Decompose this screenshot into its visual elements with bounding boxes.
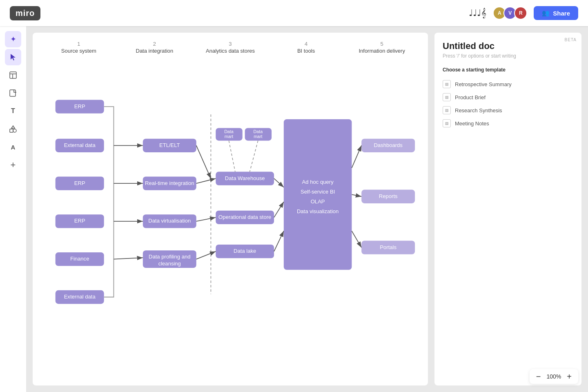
svg-text:Data Warehouse: Data Warehouse: [225, 175, 265, 181]
svg-text:mart: mart: [254, 134, 262, 139]
add-icon[interactable]: +: [5, 157, 21, 173]
svg-text:External data: External data: [64, 142, 96, 148]
col-1-header: 1 Source system: [41, 41, 117, 54]
zoom-level: 100%: [546, 373, 562, 380]
col-3-num: 3: [192, 41, 268, 47]
col-3-header: 3 Analytics data stores: [192, 41, 268, 54]
avatars: A V R: [493, 7, 527, 20]
template-item-meeting[interactable]: ▤ Meeting Notes: [443, 117, 573, 130]
main-canvas: 1 Source system 2 Data integration 3 Ana…: [26, 26, 588, 392]
svg-text:External data: External data: [64, 294, 96, 300]
sticky-note-icon[interactable]: [5, 85, 21, 101]
svg-text:Data lake: Data lake: [234, 248, 256, 254]
sparkles-icon[interactable]: ✦: [5, 31, 21, 47]
zoom-controls: − 100% +: [530, 369, 578, 384]
template-item-product-brief[interactable]: ▤ Product Brief: [443, 91, 573, 104]
svg-line-37: [250, 140, 258, 172]
svg-line-34: [196, 217, 216, 221]
svg-line-33: [196, 178, 216, 183]
svg-text:Data profiling and: Data profiling and: [149, 254, 191, 260]
template-icon-research: ▤: [443, 106, 451, 114]
text-icon[interactable]: T: [5, 103, 21, 119]
col-1-num: 1: [41, 41, 117, 47]
svg-text:Self-service BI: Self-service BI: [301, 189, 335, 195]
svg-text:ERP: ERP: [74, 218, 85, 224]
header-right: ♩♩♩𝄞 A V R 👥 Share: [469, 6, 578, 20]
cursor-icon[interactable]: [5, 49, 21, 65]
svg-text:cleansing: cleansing: [158, 261, 181, 267]
svg-text:Real-time integration: Real-time integration: [145, 180, 194, 186]
svg-line-42: [274, 178, 284, 187]
template-label-retrospective: Retrospective Summary: [455, 81, 512, 87]
col-4-label: BI tools: [268, 48, 344, 54]
template-icon-retrospective: ▤: [443, 80, 451, 88]
zoom-out-button[interactable]: −: [536, 372, 541, 381]
svg-line-48: [352, 145, 361, 168]
template-icon-meeting: ▤: [443, 119, 451, 127]
diagram-board[interactable]: 1 Source system 2 Data integration 3 Ana…: [33, 33, 428, 385]
avatar-3: R: [514, 7, 527, 20]
svg-text:Data: Data: [254, 129, 263, 134]
diagram-svg: ERP External data ERP ERP Finance Extern…: [41, 60, 420, 372]
svg-rect-4: [10, 90, 16, 96]
col-5-label: Information delivery: [344, 48, 420, 54]
col-5-num: 5: [344, 41, 420, 47]
svg-text:Finance: Finance: [70, 256, 89, 262]
template-item-retrospective[interactable]: ▤ Retrospective Summary: [443, 78, 573, 91]
svg-line-49: [352, 194, 361, 196]
svg-text:Reports: Reports: [379, 193, 398, 199]
col-4-num: 4: [268, 41, 344, 47]
svg-text:ERP: ERP: [74, 103, 85, 109]
svg-marker-0: [11, 54, 16, 60]
svg-text:ETL/ELT: ETL/ELT: [159, 142, 180, 148]
svg-text:mart: mart: [225, 134, 233, 139]
svg-rect-1: [10, 72, 16, 78]
col-2-num: 2: [117, 41, 193, 47]
share-button[interactable]: 👥 Share: [534, 6, 578, 20]
template-label-research: Research Synthesis: [455, 107, 502, 114]
svg-line-43: [274, 202, 284, 217]
svg-text:Data visualization: Data visualization: [297, 208, 339, 214]
svg-line-50: [352, 231, 361, 247]
template-label-product-brief: Product Brief: [455, 94, 486, 100]
svg-text:Ad hoc query: Ad hoc query: [302, 179, 334, 185]
svg-text:Portals: Portals: [380, 244, 396, 250]
svg-text:Data virtualisation: Data virtualisation: [148, 218, 191, 224]
col-5-header: 5 Information delivery: [344, 41, 420, 54]
template-icon-product-brief: ▤: [443, 93, 451, 101]
col-4-header: 4 BI tools: [268, 41, 344, 54]
shapes-icon[interactable]: [5, 121, 21, 137]
template-label-meeting: Meeting Notes: [455, 120, 489, 127]
svg-text:Data: Data: [224, 129, 234, 134]
svg-text:OLAP: OLAP: [311, 198, 325, 205]
svg-line-35: [196, 252, 216, 259]
column-headers: 1 Source system 2 Data integration 3 Ana…: [41, 41, 420, 54]
right-panel: BETA Untitled doc Press '/' for options …: [434, 33, 581, 385]
left-sidebar: ✦ T A +: [0, 26, 26, 392]
svg-line-32: [196, 145, 211, 178]
table-icon[interactable]: [5, 67, 21, 83]
share-icon: 👥: [542, 9, 550, 17]
doc-subtitle: Press '/' for options or start writing: [443, 53, 573, 59]
svg-text:Dashboards: Dashboards: [374, 142, 403, 148]
beta-badge: BETA: [565, 38, 577, 42]
svg-point-6: [13, 129, 16, 132]
template-item-research[interactable]: ▤ Research Synthesis: [443, 104, 573, 117]
doc-title[interactable]: Untitled doc: [443, 41, 573, 51]
svg-marker-7: [11, 126, 15, 128]
svg-text:ERP: ERP: [74, 180, 85, 186]
col-1-label: Source system: [41, 48, 117, 54]
svg-line-36: [229, 140, 235, 172]
logo[interactable]: miro: [10, 6, 40, 20]
svg-rect-5: [10, 129, 13, 132]
svg-line-23: [114, 258, 143, 259]
col-2-label: Data integration: [117, 48, 193, 54]
header: miro ♩♩♩𝄞 A V R 👥 Share: [0, 0, 588, 26]
zoom-in-button[interactable]: +: [567, 372, 572, 381]
svg-text:Operational data store: Operational data store: [218, 214, 271, 220]
col-3-label: Analytics data stores: [192, 48, 268, 54]
col-2-header: 2 Data integration: [117, 41, 193, 54]
svg-line-44: [274, 231, 284, 252]
template-section-title: Choose a starting template: [443, 67, 573, 73]
font-icon[interactable]: A: [5, 139, 21, 155]
